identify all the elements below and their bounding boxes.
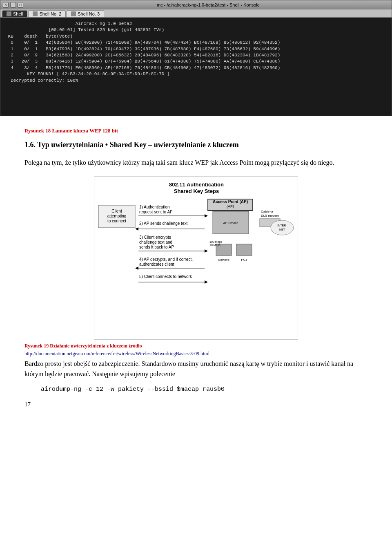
terminal-line-3: [00:00:01] Tested 825 keys (got 462892 I… [5,27,387,33]
svg-text:Servers: Servers [218,258,229,262]
svg-text:sends it back to AP: sends it back to AP [139,245,174,249]
figure-caption-2-container: Rysunek 19 Działanie uwierzytelnienia z … [24,343,368,357]
code-line: airodump-ng -c 12 -w pakiety --bssid $ma… [41,386,368,393]
terminal-content: Aircrack-ng 1.0 beta2 [00:00:01] Tested … [0,18,392,116]
svg-text:NET: NET [279,228,285,231]
page-number: 17 [24,401,368,408]
terminal-titlebar: × − □ mc - /air/aircrack-ng-1.0-beta2/te… [0,0,392,9]
section-heading: 1.6. Typ uwierzytelniania • Shared Key –… [24,141,368,149]
section-number: 1.6. [24,141,36,149]
terminal-line-1: Aircrack-ng 1.0 beta2 [5,21,387,27]
svg-text:INTER-: INTER- [277,224,287,227]
figure-caption-2-link[interactable]: http://documentation.netgear.com/referen… [24,351,209,356]
section-subtitle: Shared Key – uwierzytelnianie z kluczem [110,141,239,149]
maximize-button[interactable]: □ [18,2,23,8]
svg-text:AP Device: AP Device [223,221,238,225]
svg-rect-38 [236,244,252,255]
main-content: Rysunek 18 Łamanie klucza WEP 128 bit 1.… [0,116,392,416]
titlebar-buttons[interactable]: × − □ [3,2,23,8]
tab-shell-1-label: Shell [13,11,23,16]
close-button[interactable]: × [3,2,9,8]
terminal-tabs: Shell Shell No. 2 Shell No. 3 [0,9,392,18]
figure-caption-2-url[interactable]: http://documentation.netgear.com/referen… [24,351,368,357]
paragraph-2: Bardzo prosto jest obejść to zabezpiecze… [24,359,368,379]
svg-text:authenticates client: authenticates client [139,262,174,267]
svg-marker-21 [135,267,138,270]
figure-caption-2-title: Rysunek 19 Działanie uwierzytelnienia z … [24,343,368,349]
terminal-window: × − □ mc - /air/aircrack-ng-1.0-beta2/te… [0,0,392,116]
svg-text:Shared Key Steps: Shared Key Steps [174,188,219,194]
terminal-line-13: Decrypted correctly: 100% [5,78,387,84]
svg-text:3) Client encrypts: 3) Client encrypts [139,235,171,240]
figure-caption-1: Rysunek 18 Łamanie klucza WEP 128 bit [24,128,368,134]
terminal-line-5: KB depth byte(vote) [5,34,387,40]
paragraph-1: Polega na tym, że tylko użytkownicy któr… [24,157,368,168]
tab-shell-3-label: Shell No. 3 [78,11,100,16]
svg-text:1) Authentication: 1) Authentication [139,205,170,209]
svg-text:Cable or: Cable or [261,210,274,213]
minimize-button[interactable]: − [10,2,16,8]
shell-2-icon [33,11,38,16]
terminal-line-12: KEY FOUND! [ 42:B3:34:20:04:0C:9F:0A:CF:… [5,71,387,77]
shell-icon [7,11,11,16]
svg-text:100 Mbps: 100 Mbps [209,240,222,244]
shell-3-icon [71,11,76,16]
auth-diagram: 802.11 Authentication Shared Key Steps C… [94,176,298,340]
svg-marker-24 [205,280,208,284]
terminal-line-7: 1 0/ 1 B3(647936) 1D(493824) 70(489472) … [5,46,387,52]
tab-shell-2[interactable]: Shell No. 2 [28,10,66,17]
svg-text:DLS modem: DLS modem [261,214,279,217]
svg-text:attempting: attempting [107,214,127,218]
svg-text:2) AP sends challenge text: 2) AP sends challenge text [139,221,187,226]
tab-shell-2-label: Shell No. 2 [39,11,61,16]
section-title: Typ uwierzytelniania [37,141,103,149]
svg-marker-17 [205,249,208,253]
terminal-line-8: 2 0/ 9 34(621568) 2A(499200) 2C(485632) … [5,52,387,58]
svg-text:5) Client connects to network: 5) Client connects to network [139,274,192,279]
terminal-line-10: 4 3/ 4 B8(491776) E0(488960) AE(487168) … [5,65,387,71]
tab-shell-1[interactable]: Shell [2,10,27,17]
svg-text:802.11 Authentication: 802.11 Authentication [169,182,224,188]
svg-text:challenge text and: challenge text and [139,240,172,244]
svg-text:(AP): (AP) [227,204,234,208]
titlebar-title: mc - /air/aircrack-ng-1.0-beta2/test - S… [27,2,389,7]
terminal-line-6: 0 0/ 1 42(635904) EC(492800) 71(491008) … [5,40,387,46]
tab-shell-3[interactable]: Shell No. 3 [67,10,104,17]
svg-text:10 Mbps: 10 Mbps [209,244,220,247]
figure-caption-2-title-text: Rysunek 19 Działanie uwierzytelnienia z … [24,343,142,349]
svg-text:PCs: PCs [241,258,247,262]
svg-text:request sent to AP: request sent to AP [139,210,173,214]
svg-marker-9 [205,214,208,217]
diagram-container: 802.11 Authentication Shared Key Steps C… [24,176,368,340]
svg-marker-12 [135,227,138,231]
terminal-line-9: 3 20/ 3 88(476416) 12(475904) B7(475904)… [5,58,387,65]
svg-text:4) AP decrypts, and if correct: 4) AP decrypts, and if correct, [139,257,193,262]
svg-text:to connect: to connect [107,219,126,223]
svg-point-33 [271,220,294,235]
svg-text:Client: Client [111,209,122,213]
svg-text:Access Point (AP): Access Point (AP) [213,199,248,204]
